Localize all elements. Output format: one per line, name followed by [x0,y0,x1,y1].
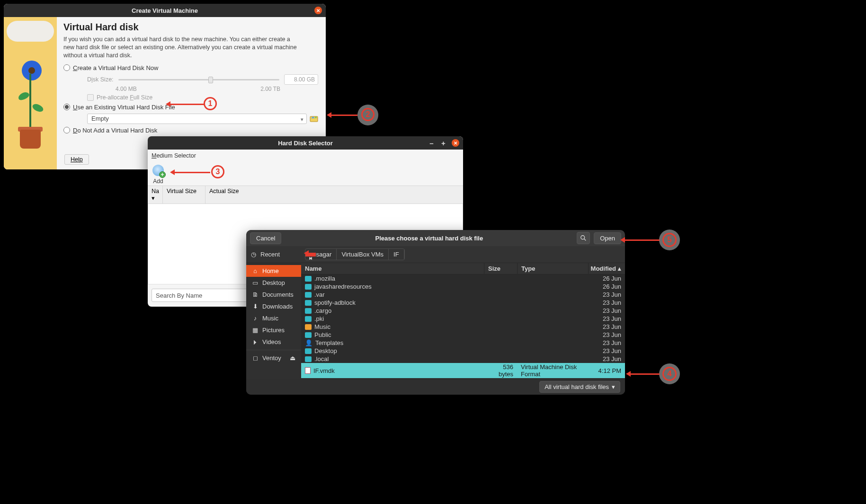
win2-toolbar: + Add [148,162,463,186]
close-icon[interactable]: ✕ [314,7,322,14]
annotation-arrow-3 [171,172,210,173]
music-icon: ♪ [252,315,259,322]
annotation-badge-1: 1 [204,97,217,110]
file-size [484,302,517,303]
file-type [517,335,588,336]
chevron-down-icon: ▾ [301,116,304,123]
sidebar-item-recent[interactable]: ◷ Recent [250,251,280,258]
sort-asc-icon: ▴ [618,265,621,272]
checkbox-icon [87,94,94,101]
annotation-arrow-2 [328,115,357,116]
file-row[interactable]: .cargo23 Jun [301,307,625,315]
file-rows[interactable]: .mozilla26 Junjavasharedresources26 Jun.… [301,274,625,379]
file-name: IF.vmdk [313,367,335,374]
svg-point-1 [315,116,317,118]
add-disk-label: Add [153,178,163,185]
col-name[interactable]: Name [301,263,484,274]
annotation-arrow-1 [167,104,204,105]
breadcrumb-if[interactable]: IF [389,249,404,260]
search-by-name-combo[interactable]: Search By Name ▾ [152,289,254,302]
radio-no-disk-input[interactable] [63,127,70,133]
folder-icon [305,300,312,306]
page-description: If you wish you can add a virtual hard d… [63,35,300,60]
add-disk-icon: + [152,164,165,177]
file-size [484,286,517,287]
file-row[interactable]: .mozilla26 Jun [301,274,625,283]
file-name: spotify-adblock [314,299,356,306]
col-name[interactable]: Na ▾ [148,186,163,203]
annotation-badge-4: 4 [662,367,677,381]
eject-icon[interactable]: ⏏ [290,354,295,362]
sidebar-item-pictures[interactable]: ▦Pictures [246,324,301,336]
help-button[interactable]: Help [64,154,89,165]
file-size [484,278,517,279]
file-name: Music [314,323,330,330]
radio-create-now[interactable]: Create a Virtual Hard Disk Now [63,64,318,71]
file-modified: 23 Jun [588,291,625,299]
music-folder-icon [305,324,312,330]
file-row[interactable]: Desktop23 Jun [301,347,625,355]
existing-disk-combo[interactable]: Empty ▾ [87,114,307,124]
folder-icon [305,348,312,354]
file-row[interactable]: spotify-adblock23 Jun [301,299,625,307]
file-list-header: Name Size Type Modified▴ [301,263,625,274]
breadcrumb-bar: ◂ ⌂ sagar VirtualBox VMs IF ▸ [301,246,625,263]
col-size[interactable]: Size [484,263,517,274]
disk-size-slider [118,75,279,84]
file-chooser-window: Cancel Please choose a virtual hard disk… [246,230,625,395]
file-row[interactable]: .local23 Jun [301,355,625,363]
file-row[interactable]: Music23 Jun [301,323,625,331]
radio-no-disk[interactable]: Do Not Add a Virtual Hard Disk [63,127,318,134]
minimize-icon[interactable]: – [428,140,435,147]
add-disk-button[interactable]: + Add [152,164,165,185]
preallocate-label: Pre-allocate Full Size [97,94,152,101]
file-name: Public [314,331,331,338]
file-row[interactable]: 👤Templates23 Jun [301,339,625,347]
folder-icon [305,332,312,338]
sidebar-item-documents[interactable]: 🗎Documents [246,289,301,301]
file-name: javasharedresources [314,283,372,290]
annotation-arrow-4 [627,373,660,375]
desktop-icon: ▭ [252,279,259,286]
file-row[interactable]: .pki23 Jun [301,315,625,323]
file-name: .cargo [314,307,331,314]
col-modified[interactable]: Modified▴ [588,263,625,274]
cancel-button[interactable]: Cancel [250,232,281,244]
sidebar-item-ventoy[interactable]: ◻Ventoy⏏ [246,352,301,364]
file-row[interactable]: javasharedresources26 Jun [301,283,625,291]
breadcrumb-vbox[interactable]: VirtualBox VMs [337,249,389,260]
file-filter-combo[interactable]: All virtual hard disk files ▾ [539,381,620,393]
win2-titlebar[interactable]: Hard Disk Selector – + ✕ [148,136,463,150]
sidebar-item-videos[interactable]: ⏵Videos [246,336,301,348]
file-row[interactable]: .var23 Jun [301,291,625,299]
breadcrumb-forward-button[interactable]: ▸ [305,253,316,256]
folder-icon [305,316,312,322]
radio-use-existing-input[interactable] [63,104,70,110]
choose-disk-file-button[interactable] [310,115,318,123]
sidebar-item-home[interactable]: ⌂Home [246,265,301,277]
file-row[interactable]: IF.vmdk536 bytesVirtual Machine Disk For… [301,363,625,378]
col-type[interactable]: Type [517,263,588,274]
clock-icon: ◷ [250,251,257,258]
breadcrumb: ◂ ⌂ sagar VirtualBox VMs IF ▸ [305,248,405,260]
places-sidebar: ⌂Home ▭Desktop 🗎Documents ⬇Downloads ♪Mu… [246,263,301,379]
win1-title: Create Virtual Machine [132,7,198,14]
radio-create-now-input[interactable] [63,64,70,71]
recent-label: Recent [260,251,280,258]
sidebar-item-desktop[interactable]: ▭Desktop [246,277,301,289]
col-virtual-size[interactable]: Virtual Size [163,186,205,203]
close-icon[interactable]: ✕ [452,139,459,147]
file-list: Name Size Type Modified▴ .mozilla26 Junj… [301,263,625,379]
disk-size-group: Disk Size: 8.00 GB 4.00 MB 2.00 TB Pre-a… [87,74,318,101]
maximize-icon[interactable]: + [440,140,447,147]
file-size: 536 bytes [484,363,517,378]
documents-icon: 🗎 [252,291,259,298]
sidebar-item-music[interactable]: ♪Music [246,312,301,324]
sidebar-item-downloads[interactable]: ⬇Downloads [246,301,301,312]
win1-titlebar[interactable]: Create Virtual Machine ✕ [4,4,326,17]
folder-icon [305,276,312,282]
file-row[interactable]: Public23 Jun [301,331,625,339]
folder-icon [305,356,312,362]
col-actual-size[interactable]: Actual Size [205,186,463,203]
search-button[interactable] [577,232,590,244]
